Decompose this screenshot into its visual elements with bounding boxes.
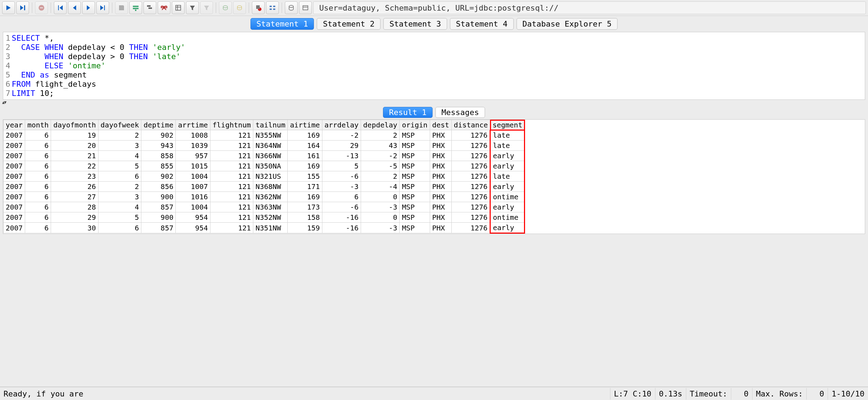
cell-arrdelay[interactable]: 29 — [322, 141, 361, 151]
code-line[interactable]: CASE WHEN depdelay < 0 THEN 'early' — [12, 43, 185, 52]
cell-distance[interactable]: 1276 — [451, 161, 490, 171]
cell-arrdelay[interactable]: -16 — [322, 223, 361, 233]
cell-arrdelay[interactable]: 6 — [322, 192, 361, 202]
cell-origin[interactable]: MSP — [400, 182, 430, 192]
cell-deptime[interactable]: 902 — [141, 130, 176, 141]
cell-deptime[interactable]: 900 — [141, 192, 176, 202]
col-header-airtime[interactable]: airtime — [288, 120, 322, 130]
cell-segment[interactable]: early — [490, 161, 525, 171]
col-header-arrtime[interactable]: arrtime — [176, 120, 210, 130]
code-line[interactable]: END as segment — [12, 70, 87, 80]
cell-dest[interactable]: PHX — [430, 130, 451, 141]
delete-row-icon[interactable] — [158, 1, 170, 14]
cell-dayofmonth[interactable]: 27 — [51, 192, 98, 202]
cell-month[interactable]: 6 — [25, 192, 51, 202]
cell-deptime[interactable]: 856 — [141, 182, 176, 192]
table-row[interactable]: 200762039431039121N364NW1642943MSPPHX127… — [4, 141, 525, 151]
cell-segment[interactable]: early — [490, 151, 525, 161]
insert-row-icon[interactable] — [129, 1, 142, 14]
cell-airtime[interactable]: 173 — [288, 202, 322, 212]
cell-distance[interactable]: 1276 — [451, 223, 490, 233]
cell-depdelay[interactable]: -5 — [361, 161, 400, 171]
cell-flightnum[interactable]: 121 — [210, 161, 253, 171]
status-maxrows-value[interactable]: 0 — [807, 388, 828, 400]
cell-dayofweek[interactable]: 3 — [98, 141, 141, 151]
cell-depdelay[interactable]: -2 — [361, 151, 400, 161]
cell-arrdelay[interactable]: -6 — [322, 202, 361, 212]
cell-year[interactable]: 2007 — [4, 223, 25, 233]
tab-statement-1[interactable]: Statement 1 — [250, 18, 314, 30]
tab-result-1[interactable]: Result 1 — [383, 107, 433, 118]
cell-airtime[interactable]: 169 — [288, 130, 322, 141]
result-grid[interactable]: yearmonthdayofmonthdayofweekdeptimearrti… — [3, 120, 525, 234]
cell-tailnum[interactable]: N362NW — [253, 192, 288, 202]
cell-year[interactable]: 2007 — [4, 151, 25, 161]
first-icon[interactable] — [54, 1, 67, 14]
cell-airtime[interactable]: 164 — [288, 141, 322, 151]
cell-segment[interactable]: late — [490, 171, 525, 182]
cell-deptime[interactable]: 943 — [141, 141, 176, 151]
cell-dayofweek[interactable]: 5 — [98, 161, 141, 171]
cell-month[interactable]: 6 — [25, 171, 51, 182]
col-header-distance[interactable]: distance — [451, 120, 490, 130]
cell-arrtime[interactable]: 1039 — [176, 141, 210, 151]
cell-origin[interactable]: MSP — [400, 151, 430, 161]
cell-origin[interactable]: MSP — [400, 130, 430, 141]
cell-dest[interactable]: PHX — [430, 151, 451, 161]
table-row[interactable]: 200762739001016121N362NW16960MSPPHX1276o… — [4, 192, 525, 202]
code-line[interactable]: ELSE 'ontime' — [12, 61, 106, 70]
cell-distance[interactable]: 1276 — [451, 151, 490, 161]
cell-dayofweek[interactable]: 4 — [98, 202, 141, 212]
cell-flightnum[interactable]: 121 — [210, 130, 253, 141]
cell-airtime[interactable]: 159 — [288, 223, 322, 233]
col-header-deptime[interactable]: deptime — [141, 120, 176, 130]
cell-tailnum[interactable]: N350NA — [253, 161, 288, 171]
cell-month[interactable]: 6 — [25, 202, 51, 212]
cell-arrdelay[interactable]: -2 — [322, 130, 361, 141]
tab-result-2[interactable]: Messages — [435, 107, 485, 118]
cell-flightnum[interactable]: 121 — [210, 141, 253, 151]
tab-statement-5[interactable]: Database Explorer 5 — [517, 18, 618, 30]
cell-dayofmonth[interactable]: 28 — [51, 202, 98, 212]
prev-icon[interactable] — [68, 1, 81, 14]
cell-flightnum[interactable]: 121 — [210, 171, 253, 182]
cell-depdelay[interactable]: 0 — [361, 212, 400, 223]
tab-statement-3[interactable]: Statement 3 — [383, 18, 447, 30]
splitter-handle[interactable]: ▲▼ — [0, 100, 868, 105]
select-columns-icon[interactable] — [172, 1, 185, 14]
cell-deptime[interactable]: 900 — [141, 212, 176, 223]
run-icon[interactable] — [2, 1, 15, 14]
cell-dest[interactable]: PHX — [430, 161, 451, 171]
cell-dest[interactable]: PHX — [430, 171, 451, 182]
cell-airtime[interactable]: 155 — [288, 171, 322, 182]
cell-dayofmonth[interactable]: 20 — [51, 141, 98, 151]
db-object-icon[interactable] — [285, 1, 298, 14]
table-row[interactable]: 20076214858957121N366NW161-13-2MSPPHX127… — [4, 151, 525, 161]
table-row[interactable]: 200762369021004121N321US155-62MSPPHX1276… — [4, 171, 525, 182]
cell-month[interactable]: 6 — [25, 151, 51, 161]
cell-dest[interactable]: PHX — [430, 182, 451, 192]
cell-distance[interactable]: 1276 — [451, 212, 490, 223]
cell-deptime[interactable]: 855 — [141, 161, 176, 171]
cell-year[interactable]: 2007 — [4, 141, 25, 151]
cell-month[interactable]: 6 — [25, 161, 51, 171]
code-line[interactable]: FROM flight_delays — [12, 80, 96, 89]
cell-origin[interactable]: MSP — [400, 212, 430, 223]
cell-origin[interactable]: MSP — [400, 161, 430, 171]
cell-dayofmonth[interactable]: 23 — [51, 171, 98, 182]
tab-statement-4[interactable]: Statement 4 — [450, 18, 514, 30]
cell-dayofweek[interactable]: 2 — [98, 130, 141, 141]
col-header-depdelay[interactable]: depdelay — [361, 120, 400, 130]
stop-execution-icon[interactable] — [252, 1, 265, 14]
cell-dayofweek[interactable]: 5 — [98, 212, 141, 223]
cell-dest[interactable]: PHX — [430, 141, 451, 151]
cell-airtime[interactable]: 161 — [288, 151, 322, 161]
cell-flightnum[interactable]: 121 — [210, 182, 253, 192]
col-header-dayofweek[interactable]: dayofweek — [98, 120, 141, 130]
table-row[interactable]: 20076306857954121N351NW159-16-3MSPPHX127… — [4, 223, 525, 233]
cell-segment[interactable]: ontime — [490, 192, 525, 202]
sql-editor[interactable]: 1SELECT *,2 CASE WHEN depdelay < 0 THEN … — [3, 32, 865, 100]
cell-arrdelay[interactable]: -6 — [322, 171, 361, 182]
cell-dayofmonth[interactable]: 22 — [51, 161, 98, 171]
table-row[interactable]: 20076295900954121N352NW158-160MSPPHX1276… — [4, 212, 525, 223]
